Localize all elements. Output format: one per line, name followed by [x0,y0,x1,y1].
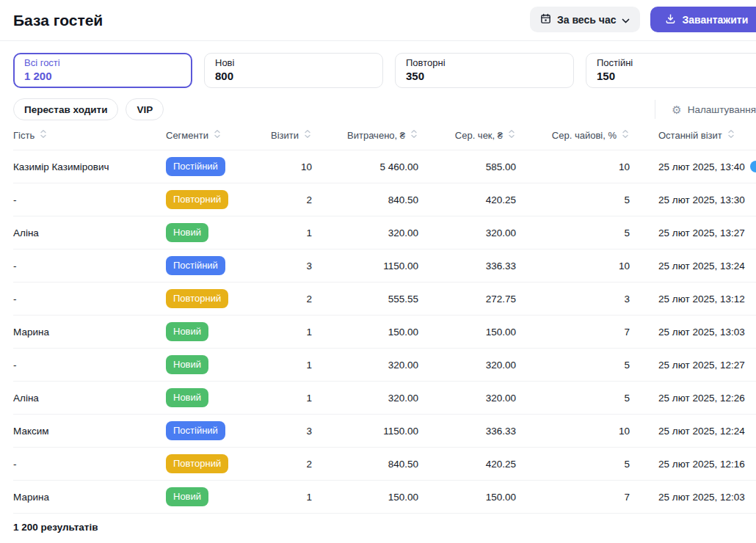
column-header[interactable]: Сегменти [166,129,264,141]
segment-badge: Новий [166,223,208,242]
sort-icon[interactable] [303,129,312,141]
last-visit-cell: 25 лют 2025, 13:03 [637,327,756,338]
sort-icon[interactable] [39,129,48,141]
segment-badge: Постійний [166,157,225,176]
column-header-label: Сер. чайові, % [552,130,617,141]
guest-name-cell: Максим [13,426,166,437]
avg-check-cell: 336.33 [426,260,523,272]
spent-cell: 150.00 [319,327,426,338]
date-range-button[interactable]: За весь час [530,7,640,32]
last-visit-cell: 25 лют 2025, 13:24 [637,260,756,272]
segment-badge: Новий [166,388,208,407]
segment-badge: Новий [166,322,208,341]
download-button[interactable]: Завантажити [650,7,756,32]
guest-name-cell: Марина [13,492,166,503]
last-visit-cell: 25 лют 2025, 13:40 [637,161,756,172]
sort-icon[interactable] [213,129,222,141]
table-row[interactable]: - Повторний 2 555.55 272.75 3 25 лют 202… [13,283,756,316]
avg-check-cell: 150.00 [426,492,523,503]
segment-badge: Повторний [166,190,228,209]
last-visit-cell: 25 лют 2025, 13:27 [637,227,756,238]
table-body: Казимір Казимірович Постійний 10 5 460.0… [13,150,756,514]
filter-chip-label: Перестав ходити [24,104,107,115]
stat-card[interactable]: Всі гості 1 200 [13,53,192,88]
stat-card[interactable]: Повторні 350 [395,53,574,88]
guest-name-cell: Аліна [13,393,166,404]
visits-cell: 2 [264,194,319,205]
stat-card-value: 800 [215,70,372,84]
table-row[interactable]: Марина Новий 1 150.00 150.00 7 25 лют 20… [13,481,756,514]
segment-badge: Постійний [166,256,225,275]
table-row[interactable]: - Повторний 2 840.50 420.25 5 25 лют 202… [13,448,756,481]
segment-badge: Повторний [166,454,228,473]
column-header[interactable]: Витрачено, ₴ [319,129,426,141]
spent-cell: 840.50 [319,459,426,470]
stat-card[interactable]: Постійні 150 [586,53,756,88]
spent-cell: 320.00 [319,360,426,371]
column-header[interactable]: Сер. чайові, % [523,129,637,141]
guest-name-cell: - [13,294,166,305]
avg-check-cell: 320.00 [426,227,523,238]
visits-cell: 2 [264,294,319,305]
table-row[interactable]: Аліна Новий 1 320.00 320.00 5 25 лют 202… [13,382,756,415]
stat-card-label: Постійні [597,57,754,69]
filters-row: Перестав ходити VIP ⚙ Налаштування [0,88,756,120]
filter-chip[interactable]: Перестав ходити [13,98,118,120]
segment-cell: Повторний [166,190,264,209]
sort-icon[interactable] [727,129,735,141]
column-header[interactable]: Візити [264,129,319,141]
segment-cell: Постійний [166,157,264,176]
guest-name-cell: Казимір Казимірович [13,161,166,172]
table-row[interactable]: Аліна Новий 1 320.00 320.00 5 25 лют 202… [13,216,756,249]
sort-icon[interactable] [410,129,418,141]
avg-check-cell: 420.25 [426,459,523,470]
table-row[interactable]: - Постійний 3 1150.00 336.33 10 25 лют 2… [13,249,756,283]
column-header[interactable]: Гість [13,129,166,141]
guest-name-cell: - [13,194,166,205]
guest-name-cell: - [13,360,166,371]
table-row[interactable]: - Повторний 2 840.50 420.25 5 25 лют 202… [13,183,756,216]
table-row[interactable]: - Новий 1 320.00 320.00 5 25 лют 2025, 1… [13,349,756,382]
column-header-label: Сегменти [166,130,208,141]
stat-card[interactable]: Нові 800 [204,53,383,88]
segment-badge: Постійний [166,421,225,440]
segment-cell: Новий [166,223,264,242]
spent-cell: 5 460.00 [319,161,426,172]
visits-cell: 1 [264,327,319,338]
table-row[interactable]: Марина Новий 1 150.00 150.00 7 25 лют 20… [13,316,756,349]
avg-tip-cell: 5 [523,194,637,205]
avg-tip-cell: 3 [523,294,637,305]
segment-cell: Новий [166,355,264,374]
visits-cell: 1 [264,492,319,503]
settings-button[interactable]: ⚙ Налаштування [655,100,756,119]
segment-badge: Повторний [166,289,228,308]
visits-cell: 1 [264,393,319,404]
calendar-icon [540,13,551,26]
avg-tip-cell: 5 [523,227,637,238]
spent-cell: 1150.00 [319,260,426,272]
settings-label: Налаштування [688,104,756,115]
segment-cell: Новий [166,322,264,341]
avg-check-cell: 420.25 [426,194,523,205]
avg-check-cell: 585.00 [426,161,523,172]
table-row[interactable]: Максим Постійний 3 1150.00 336.33 10 25 … [13,415,756,448]
stat-card-label: Повторні [406,57,563,69]
guest-name-cell: - [13,459,166,470]
sort-icon[interactable] [507,129,516,141]
stat-card-label: Всі гості [24,57,181,69]
spent-cell: 1150.00 [319,426,426,437]
segment-cell: Повторний [166,289,264,308]
visits-cell: 1 [264,360,319,371]
filter-chip[interactable]: VIP [126,98,164,120]
spent-cell: 840.50 [319,194,426,205]
sort-icon[interactable] [621,129,630,141]
table-row[interactable]: Казимір Казимірович Постійний 10 5 460.0… [13,150,756,183]
download-icon [665,13,676,26]
guest-name-cell: Аліна [13,227,166,238]
stat-card-label: Нові [215,57,372,69]
column-header[interactable]: Сер. чек, ₴ [426,129,523,141]
column-header[interactable]: Останній візит [637,129,756,141]
last-visit-cell: 25 лют 2025, 13:30 [637,194,756,205]
last-visit-cell: 25 лют 2025, 12:03 [637,492,756,503]
last-visit-cell: 25 лют 2025, 12:27 [637,360,756,371]
